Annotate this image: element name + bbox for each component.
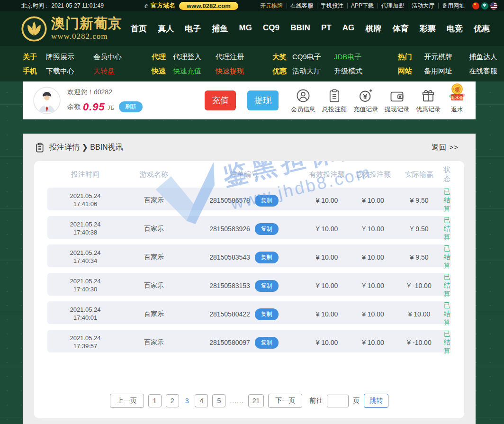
page-button-5[interactable]: 5: [212, 394, 225, 407]
subnav-upgrade-mode[interactable]: 升级模式: [334, 67, 398, 76]
breadcrumb-section[interactable]: 投注详情: [49, 143, 80, 151]
refresh-balance-button[interactable]: 刷新: [119, 101, 143, 112]
nav-sports[interactable]: 体育: [393, 23, 409, 34]
nav-live[interactable]: 真人: [158, 23, 174, 34]
game-name: 百家乐: [123, 253, 185, 262]
deposit-button[interactable]: 充值: [205, 90, 236, 110]
subnav-cq9[interactable]: CQ9电子: [292, 53, 334, 62]
nav-promo[interactable]: 优惠: [474, 23, 490, 34]
subnav-agent-register[interactable]: 代理注册: [216, 53, 272, 62]
quick-links: 会员信息 总投注额 充值记录 提现记录 优惠记录: [291, 88, 467, 114]
nav-fishing[interactable]: 捕鱼: [212, 23, 228, 34]
copy-button[interactable]: 复制: [255, 308, 279, 320]
quick-total-bets[interactable]: 总投注额: [322, 88, 347, 114]
subnav-wheel[interactable]: 大转盘: [93, 67, 152, 76]
jump-button[interactable]: 跳转: [364, 394, 388, 408]
subnav-agent-login[interactable]: 代理登入: [173, 53, 216, 62]
table-row: 2021.05.2417:40:34 百家乐 28150583543复制 ¥ 1…: [47, 244, 451, 267]
quick-member-info[interactable]: 会员信息: [291, 88, 315, 114]
quick-deposit-records[interactable]: 充值记录: [353, 88, 378, 114]
back-link[interactable]: 返回 >>: [432, 143, 459, 152]
page-number-input[interactable]: [327, 395, 349, 407]
main-navbar: 澳门新葡京 www.0282.com 首页 真人 电子 捕鱼 MG CQ9 BB…: [0, 11, 504, 46]
beijing-time: 北京时间： 2021-05-27 11:01:49: [21, 2, 104, 10]
subnav-online-service[interactable]: 在线客服: [469, 67, 504, 76]
balance-label: 余额: [67, 103, 81, 111]
status-badge: 已结算: [443, 330, 451, 355]
promo-records-icon: [421, 88, 435, 103]
copy-button[interactable]: 复制: [255, 337, 279, 349]
nav-chess[interactable]: 棋牌: [365, 23, 381, 34]
quick-withdraw-records[interactable]: 提现记录: [385, 88, 409, 114]
member-info-icon: [296, 88, 310, 103]
total-bets-icon: [328, 88, 341, 103]
win-loss: ¥ 10.00: [396, 310, 443, 318]
subnav-quick-deposit[interactable]: 快速充值: [173, 67, 216, 76]
col-bet-time: 投注时间: [47, 170, 123, 179]
total-bet: ¥ 10.00: [351, 282, 396, 289]
top-link-kaiyuan[interactable]: 开元棋牌: [256, 2, 287, 10]
copy-button[interactable]: 复制: [255, 280, 279, 292]
subnav-activity-hall[interactable]: 活动大厅: [292, 67, 334, 76]
top-link-mobile-bet[interactable]: 手机投注: [317, 2, 347, 10]
balance-unit: 元: [108, 103, 114, 111]
china-flag-icon[interactable]: [472, 2, 479, 9]
subnav-kaiyuan-chess[interactable]: 开元棋牌: [424, 53, 469, 62]
top-link-agent[interactable]: 代理加盟: [378, 2, 408, 10]
page-button-1[interactable]: 1: [148, 394, 162, 407]
top-link-backup-url[interactable]: 备用网址: [438, 2, 468, 10]
lotus-logo-icon: [21, 16, 47, 42]
nav-mg[interactable]: MG: [239, 23, 252, 34]
nav-lottery[interactable]: 彩票: [420, 23, 436, 34]
current-page: 3: [183, 397, 191, 405]
quick-promo-records[interactable]: 优惠记录: [416, 88, 441, 114]
prev-page-button[interactable]: 上一页: [110, 394, 144, 408]
withdraw-button[interactable]: 提现: [247, 90, 279, 110]
site-logo[interactable]: 澳门新葡京 www.0282.com: [21, 16, 122, 42]
bets-table-card: 投注时间 游戏名称 注单编号 有效投注额 总效投注额 实际输赢 状态 2021.…: [34, 161, 464, 418]
quick-rebate[interactable]: 领 返水金 返水: [447, 88, 467, 114]
subnav-label-jackpot: 大奖: [272, 53, 292, 62]
nav-cq9[interactable]: CQ9: [263, 23, 279, 34]
official-domain-pill[interactable]: www.0282.com: [179, 2, 238, 10]
nav-ag[interactable]: AG: [342, 23, 355, 34]
game-name: 百家乐: [123, 310, 185, 318]
total-bet: ¥ 10.00: [351, 339, 396, 346]
macau-flag-icon[interactable]: [481, 2, 488, 9]
copy-button[interactable]: 复制: [255, 195, 279, 207]
nav-pt[interactable]: PT: [321, 23, 332, 34]
subnav-download[interactable]: 下载中心: [46, 67, 93, 76]
table-row: 2021.05.2417:41:06 百家乐 28150586578复制 ¥ 1…: [47, 188, 451, 210]
page-button-21[interactable]: 21: [248, 394, 264, 407]
copy-button[interactable]: 复制: [255, 252, 279, 263]
top-link-service[interactable]: 在线客服: [287, 2, 317, 10]
valid-bet: ¥ 10.00: [303, 310, 351, 318]
top-link-app[interactable]: APP下载: [347, 2, 378, 10]
subnav-jdb[interactable]: JDB电子: [334, 53, 398, 62]
valid-bet: ¥ 10.00: [303, 197, 351, 204]
subnav-license[interactable]: 牌照展示: [46, 53, 93, 62]
table-row: 2021.05.2417:40:38 百家乐 28150583926复制 ¥ 1…: [47, 216, 451, 239]
withdraw-records-icon: [390, 88, 404, 103]
next-page-button[interactable]: 下一页: [268, 394, 302, 408]
order-id: 28150580422: [209, 310, 250, 318]
usa-flag-icon[interactable]: [490, 2, 497, 9]
nav-bbin[interactable]: BBIN: [290, 23, 310, 34]
subnav-quick-withdraw[interactable]: 快速提现: [216, 67, 272, 76]
subnav-label-about: 关于: [23, 53, 46, 62]
page-button-4[interactable]: 4: [195, 394, 208, 407]
copy-button[interactable]: 复制: [255, 223, 279, 235]
browser-icon: e: [144, 1, 148, 10]
order-id: 28150586578: [209, 197, 250, 204]
top-link-activity[interactable]: 活动大厅: [408, 2, 438, 10]
nav-slots[interactable]: 电子: [185, 23, 201, 34]
valid-bet: ¥ 10.00: [303, 253, 351, 261]
valid-bet: ¥ 10.00: [303, 225, 351, 233]
subnav-backup-url[interactable]: 备用网址: [424, 67, 469, 76]
nav-home[interactable]: 首页: [131, 23, 147, 34]
status-badge: 已结算: [443, 188, 451, 213]
subnav-member-center[interactable]: 会员中心: [93, 53, 152, 62]
subnav-fishing-master[interactable]: 捕鱼达人: [469, 53, 504, 62]
page-button-2[interactable]: 2: [166, 394, 179, 407]
nav-esports[interactable]: 电竞: [447, 23, 463, 34]
